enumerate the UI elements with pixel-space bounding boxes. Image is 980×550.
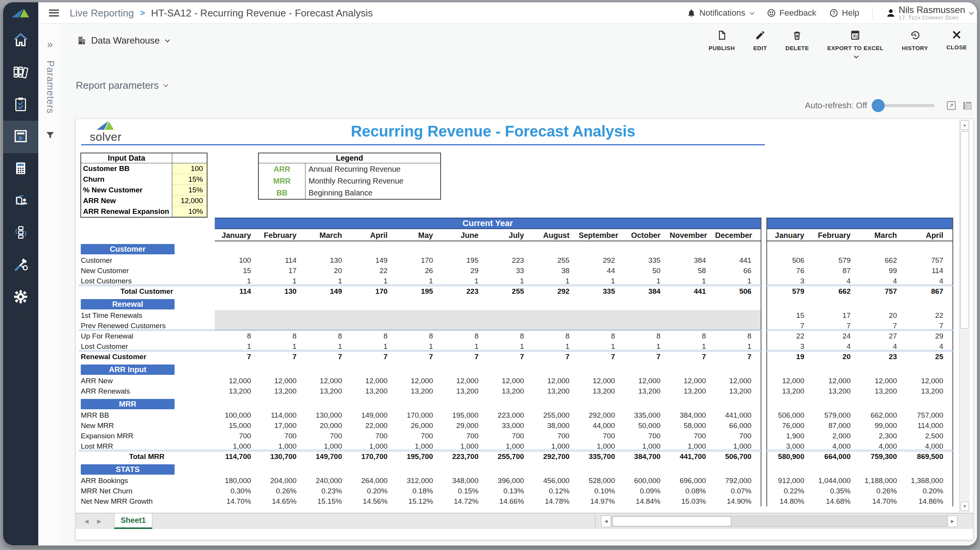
slider-knob[interactable] — [872, 99, 885, 112]
sidebar-item-settings[interactable] — [3, 282, 38, 314]
sidebar-item-workflow[interactable] — [3, 217, 38, 249]
bell-icon — [687, 8, 696, 18]
parameters-vertical-label[interactable]: Parameters — [45, 60, 56, 114]
sidebar-item-calculator[interactable] — [3, 153, 38, 185]
sheet-cell: 1 — [351, 341, 397, 350]
input-label: ARR Renewal Expansion — [81, 206, 172, 217]
input-label: Customer BB — [81, 163, 172, 174]
sheet-cell: 13,200 — [397, 386, 442, 396]
sheet-cell: 1,000 — [442, 441, 488, 450]
input-value-cell[interactable]: 10% — [172, 206, 207, 217]
scroll-up-button[interactable]: ▲ — [960, 120, 969, 130]
auto-refresh-slider[interactable] — [873, 104, 934, 107]
sheet-cell: 1,000 — [624, 441, 670, 450]
sheet-cell — [260, 321, 306, 329]
scroll-right-button[interactable]: ▶ — [947, 516, 957, 527]
row-cells-current-year: 0.30%0.26%0.23%0.20%0.18%0.15%0.13%0.12%… — [215, 486, 761, 496]
report-parameters-toggle[interactable]: Report parameters — [76, 80, 168, 91]
sheet-cell: 44 — [579, 265, 624, 276]
sheet-cell: 869,500 — [906, 451, 952, 462]
smiley-icon — [767, 8, 776, 18]
sheet-cell: 12,000 — [397, 376, 442, 386]
tab-splitter-handle[interactable]: ⋮⋮ — [592, 516, 599, 526]
sheet-cell: 456,000 — [533, 475, 579, 486]
next-sheet-button[interactable]: ▶ — [97, 518, 102, 525]
user-menu[interactable]: Nils Rasmussen 17. Tech Company Demo — [886, 5, 973, 21]
input-value-cell[interactable]: 100 — [172, 163, 207, 174]
sheet-cell: 1 — [306, 276, 351, 285]
sidebar-item-binders[interactable] — [3, 57, 38, 89]
horizontal-scroll-thumb[interactable] — [612, 516, 731, 526]
data-warehouse-dropdown[interactable]: Data Warehouse — [77, 35, 169, 46]
vertical-scrollbar[interactable]: ▲ ▼ — [959, 120, 970, 512]
feedback-button[interactable]: Feedback — [767, 8, 817, 18]
sheet-cell: 8 — [306, 331, 351, 341]
sheet-cell: 384,700 — [624, 451, 670, 462]
sheet-cell: 1 — [715, 341, 761, 350]
sheet-cell — [533, 321, 579, 329]
row-label: Prev Renewed Customers — [79, 321, 215, 331]
help-button[interactable]: ? Help — [829, 8, 859, 18]
sheet-cell: 255 — [533, 255, 579, 265]
open-in-window-icon[interactable] — [946, 100, 957, 111]
sheet-cell: 130,000 — [306, 410, 351, 420]
sheet-cell: 579,000 — [813, 410, 860, 420]
sheet-row: Renewal Customer 777777777777 19202325 — [79, 351, 956, 362]
horizontal-scrollbar[interactable] — [611, 516, 947, 527]
input-value-cell[interactable]: 15% — [172, 174, 207, 185]
edit-button[interactable]: EDIT — [753, 30, 767, 51]
input-value-cell[interactable]: 15% — [172, 185, 207, 195]
sheet-cell: 223 — [442, 286, 488, 296]
sheet-cell: 12,000 — [260, 376, 306, 386]
sheet-cell: 0.08% — [670, 486, 715, 496]
input-value-cell[interactable]: 12,000 — [172, 195, 207, 206]
sidebar-item-tools[interactable] — [3, 249, 38, 282]
sheet-cell: 13,200 — [260, 386, 306, 396]
publish-button[interactable]: PUBLISH — [709, 30, 735, 51]
sheet-cell: 149,000 — [351, 410, 397, 420]
sheet-cell: 12,000 — [579, 376, 624, 386]
row-cells-next-year: 3444 — [766, 341, 953, 351]
month-header: March — [306, 229, 351, 241]
sheet-row: Total Customer 1141301491701952232552923… — [79, 286, 956, 296]
row-cells-current-year — [215, 310, 761, 321]
vertical-scroll-thumb[interactable] — [960, 131, 969, 329]
sheet-cell: 114 — [215, 286, 260, 296]
prev-sheet-button[interactable]: ◀ — [84, 518, 89, 525]
grid-view-icon[interactable] — [962, 100, 973, 111]
filter-icon[interactable] — [45, 130, 55, 140]
close-label: CLOSE — [946, 44, 967, 50]
expand-panel-button[interactable]: » — [38, 38, 62, 50]
section-header-row: STATS — [79, 462, 956, 475]
sheet-cell: 335,000 — [624, 410, 670, 420]
sheet-cell: 149 — [306, 286, 351, 296]
sidebar-item-home[interactable] — [3, 24, 38, 57]
sidebar-item-collaboration[interactable] — [3, 185, 38, 217]
sheet-cell: 8 — [579, 331, 624, 341]
sheet-tab[interactable]: Sheet1 — [114, 513, 152, 529]
sidebar-item-checklist[interactable] — [3, 89, 38, 121]
sheet-cell: 7 — [442, 351, 488, 362]
sheet-cell: 384,000 — [670, 410, 715, 420]
sheet-cell: 441,700 — [670, 451, 715, 462]
delete-button[interactable]: DELETE — [785, 30, 809, 51]
sheet-cell: 528,000 — [579, 475, 624, 486]
sheet-cell: 384 — [624, 286, 670, 296]
scroll-down-button[interactable]: ▼ — [960, 502, 969, 511]
close-button[interactable]: CLOSE — [946, 30, 967, 50]
publish-icon — [716, 30, 727, 42]
close-icon — [952, 30, 962, 41]
scroll-left-button[interactable]: ◀ — [601, 516, 611, 527]
menu-icon[interactable] — [49, 8, 59, 18]
sheet-cell: 3 — [767, 276, 813, 285]
sheet-cell: 1,000 — [488, 441, 533, 450]
month-header: August — [533, 229, 579, 241]
export-button[interactable]: X EXPORT TO EXCEL — [827, 30, 884, 58]
sidebar-item-live-report[interactable] — [3, 121, 38, 153]
notifications-button[interactable]: Notifications — [687, 8, 754, 18]
sheet-cell: 1,188,000 — [860, 475, 906, 486]
history-button[interactable]: HISTORY — [902, 30, 928, 51]
breadcrumb-root[interactable]: Live Reporting — [70, 7, 134, 19]
sheet-cell: 335,700 — [579, 451, 624, 462]
sheet-cell: 22 — [767, 331, 813, 341]
